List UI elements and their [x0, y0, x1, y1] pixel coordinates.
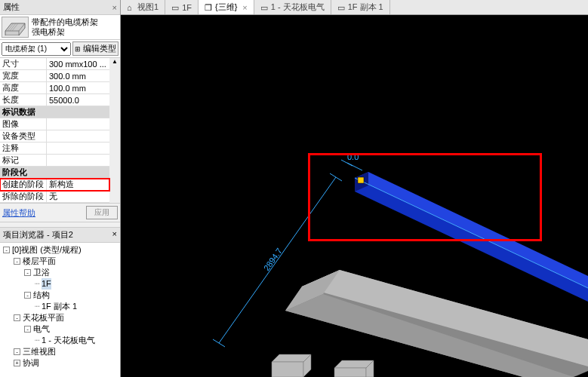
tree-expand-icon[interactable]: + — [14, 360, 20, 366]
tab-1F[interactable]: ▭1F — [165, 0, 199, 14]
property-group[interactable]: 标识数据 — [0, 106, 109, 118]
property-row[interactable]: 创建的阶段新构造 — [0, 179, 109, 191]
property-group[interactable]: 阶段化 — [0, 167, 109, 179]
tree-expand-icon[interactable]: - — [24, 269, 31, 276]
tree-node[interactable]: -[0] 视图 (类型/规程) — [0, 244, 120, 256]
tree-expand-icon[interactable]: - — [3, 247, 10, 253]
instance-selector[interactable]: 电缆桥架 (1) — [2, 42, 71, 56]
tree-expand-icon[interactable]: - — [14, 314, 20, 321]
apply-button[interactable]: 应用 — [86, 206, 118, 219]
project-browser-title: 项目浏览器 - 项目2 — [3, 229, 73, 241]
dimension-b: 0.0 — [347, 152, 359, 161]
project-browser-tree[interactable]: -[0] 视图 (类型/规程)-楼层平面-卫浴┈1F-结构┈1F 副本 1-天花… — [0, 243, 120, 377]
project-browser-header: 项目浏览器 - 项目2 × — [0, 227, 120, 243]
type-thumbnail — [2, 17, 29, 38]
tree-node[interactable]: ┈1F 副本 1 — [0, 301, 120, 312]
svg-marker-17 — [334, 368, 366, 377]
tab-{三维}[interactable]: ❒{三维}× — [199, 0, 254, 14]
selected-cable-tray[interactable] — [355, 172, 588, 302]
cube-icon: ❒ — [205, 3, 213, 11]
tab-视图1[interactable]: ⌂视图1 — [121, 0, 165, 14]
property-row[interactable]: 标记 — [0, 155, 109, 167]
tree-node[interactable]: -电气 — [0, 323, 120, 335]
properties-header: 属性 × — [0, 0, 120, 15]
property-row[interactable]: 宽度300.0 mm — [0, 70, 109, 82]
gray-duct[interactable] — [285, 270, 588, 377]
tree-node[interactable]: -结构 — [0, 290, 120, 301]
drag-handle[interactable] — [358, 177, 364, 183]
junction-box-1[interactable] — [272, 354, 311, 377]
sheet-icon: ▭ — [171, 3, 180, 11]
tree-node[interactable]: +协调 — [0, 357, 120, 369]
junction-box-2[interactable] — [334, 360, 374, 377]
svg-line-2 — [330, 173, 342, 181]
tree-node[interactable]: -天花板平面 — [0, 312, 120, 323]
properties-help-link[interactable]: 属性帮助 — [2, 207, 35, 219]
close-icon[interactable]: × — [242, 3, 247, 12]
sheet-icon: ▭ — [260, 3, 269, 11]
type-name: 带配件的电缆桥架 强电桥架 — [32, 17, 119, 37]
dimension-a: 2894.7 — [262, 247, 284, 272]
tree-expand-icon[interactable]: - — [24, 292, 31, 299]
property-row[interactable]: 设备类型 — [0, 130, 109, 143]
svg-line-4 — [347, 163, 362, 170]
tree-expand-icon[interactable]: - — [14, 258, 20, 265]
tree-node[interactable]: ┈1F — [0, 278, 120, 290]
properties-title: 属性 — [3, 2, 20, 13]
tree-expand-icon[interactable]: - — [24, 326, 31, 333]
svg-line-8 — [355, 178, 588, 288]
svg-line-1 — [213, 339, 225, 347]
close-icon[interactable]: × — [112, 3, 117, 12]
svg-marker-5 — [355, 178, 588, 302]
viewport-3d[interactable]: 2894.7 0.0 — [121, 15, 588, 377]
property-row[interactable]: 图像 — [0, 118, 109, 130]
house-icon: ⌂ — [127, 3, 135, 11]
type-selector-row[interactable]: 带配件的电缆桥架 强电桥架 — [0, 15, 120, 40]
property-row[interactable]: 注释 — [0, 143, 109, 155]
tree-node[interactable]: -三维视图 — [0, 346, 120, 357]
tab-1 - 天花板电气[interactable]: ▭1 - 天花板电气 — [254, 0, 331, 14]
tree-node[interactable]: ┈1 - 天花板电气 — [0, 335, 120, 346]
svg-marker-14 — [272, 362, 303, 377]
edit-type-button[interactable]: ⊞ 编辑类型 — [72, 41, 119, 56]
tree-expand-icon[interactable]: - — [14, 348, 20, 355]
property-row[interactable]: 尺寸300 mmx100 ... — [0, 58, 109, 70]
svg-marker-6 — [355, 172, 588, 288]
property-row[interactable]: 长度55000.0 — [0, 94, 109, 106]
tree-node[interactable]: -楼层平面 — [0, 256, 120, 267]
sheet-icon: ▭ — [337, 3, 346, 11]
scrollbar[interactable]: ▲ — [109, 58, 120, 203]
close-icon[interactable]: × — [112, 229, 117, 241]
view-tabs: ⌂视图1▭1F❒{三维}×▭1 - 天花板电气▭1F 副本 1 — [121, 0, 588, 15]
property-row[interactable]: 高度100.0 mm — [0, 82, 109, 94]
tree-node[interactable]: -卫浴 — [0, 267, 120, 278]
tab-1F 副本 1[interactable]: ▭1F 副本 1 — [331, 0, 390, 14]
property-row[interactable]: 拆除的阶段无 — [0, 191, 109, 203]
